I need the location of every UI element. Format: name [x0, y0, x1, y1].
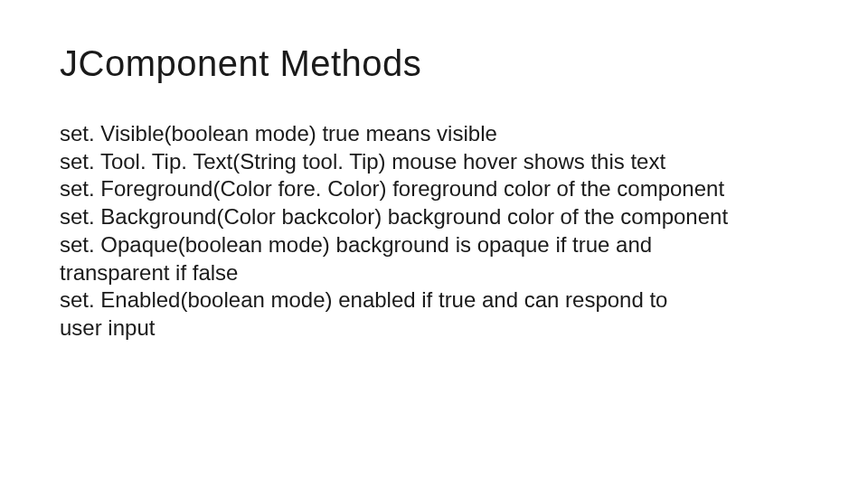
body-line: set. Foreground(Color fore. Color) foreg…	[60, 175, 808, 203]
body-line: set. Opaque(boolean mode) background is …	[60, 231, 808, 259]
body-line: transparent if false	[60, 259, 808, 287]
body-line: set. Enabled(boolean mode) enabled if tr…	[60, 286, 808, 314]
slide-title: JComponent Methods	[60, 43, 808, 84]
body-line: set. Background(Color backcolor) backgro…	[60, 203, 808, 231]
body-line: set. Tool. Tip. Text(String tool. Tip) m…	[60, 148, 808, 176]
body-line: user input	[60, 314, 808, 343]
slide-body: set. Visible(boolean mode) true means vi…	[60, 120, 808, 343]
body-line: set. Visible(boolean mode) true means vi…	[60, 120, 808, 148]
slide: JComponent Methods set. Visible(boolean …	[0, 0, 868, 488]
